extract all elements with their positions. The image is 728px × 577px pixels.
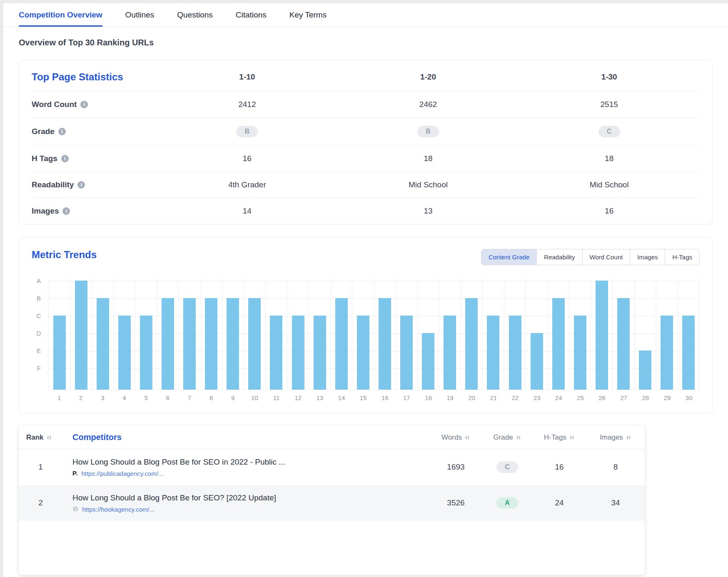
words-cell: 3526 [429,498,482,507]
bar-slot [483,278,504,390]
stat-value: 2462 [338,100,519,109]
toggle-h-tags[interactable]: H-Tags [665,249,699,265]
tab-key-terms[interactable]: Key Terms [289,3,327,27]
info-icon[interactable]: i [58,128,66,135]
grade-bar [509,316,521,390]
y-tick-label: E [33,347,44,355]
chart-x-labels: 1234567891011121314151617181920212223242… [32,394,700,401]
grade-bar [596,281,608,390]
info-icon[interactable]: i [62,207,70,215]
x-tick-label: 23 [526,394,548,401]
grade-cell: A [482,497,532,509]
grade-bar [400,316,413,390]
grade-bar [335,298,348,390]
stat-label: Imagesi [32,206,157,216]
sort-icon [516,435,521,440]
grade-bar [617,298,630,390]
tab-competition-overview[interactable]: Competition Overview [19,3,102,27]
stat-value: C [519,126,700,137]
grade-bar [270,316,282,390]
competitors-table: Rank Competitors Words Grade H-Tags Imag… [19,426,645,575]
table-tail [19,521,645,575]
x-tick-label: 25 [569,394,591,401]
rank-header[interactable]: Rank [19,433,62,442]
tab-bar: Competition OverviewOutlinesQuestionsCit… [3,3,728,27]
stat-value: 18 [519,154,700,163]
bar-slot [157,278,179,390]
bar-slot [266,278,287,390]
stat-label-text: Readability [32,180,74,189]
bar-slot [418,278,439,390]
tab-outlines[interactable]: Outlines [125,3,155,27]
toggle-images[interactable]: Images [630,249,665,265]
images-header[interactable]: Images [586,433,645,442]
stats-col-1-20: 1-20 [338,72,519,82]
stat-value: 16 [519,206,700,216]
chart-plot: ABCDEF [48,278,700,390]
competitor-title: How Long Should a Blog Post Be for SEO i… [72,458,421,467]
stat-value: 2515 [519,100,700,109]
grade-cell: C [482,461,532,473]
grade-bar [314,316,326,390]
competitor-url-row: P.https://publicadagency.com/... [72,470,421,477]
x-tick-label: 12 [287,394,309,401]
grade-header[interactable]: Grade [482,433,532,442]
sort-icon [569,435,575,440]
stat-row-images: Imagesi141316 [32,198,700,224]
stat-row-word-count: Word Counti241224622515 [32,91,700,117]
stats-title: Top Page Statistics [32,71,157,83]
stat-value: Mid School [338,180,519,189]
info-icon[interactable]: i [61,155,69,162]
tab-citations[interactable]: Citations [236,3,267,27]
bar-slot [244,278,266,390]
competitors-header: Competitors [62,433,429,442]
toggle-content-grade[interactable]: Content Grade [481,249,536,265]
x-tick-label: 17 [396,394,417,401]
bar-slot [504,278,526,390]
info-icon[interactable]: i [77,181,85,189]
x-tick-label: 2 [70,394,92,401]
stat-value: 4th Grader [157,180,338,189]
stat-value: 18 [338,154,519,163]
toggle-word-count[interactable]: Word Count [582,249,630,265]
tab-questions[interactable]: Questions [177,3,213,27]
x-tick-label: 28 [635,394,656,401]
x-tick-label: 13 [309,394,331,401]
stat-label-text: Images [32,206,59,216]
grade-badge: A [496,497,518,509]
x-tick-label: 7 [179,394,200,401]
stat-label-text: Word Count [32,100,77,109]
x-tick-label: 9 [222,394,244,401]
stat-label: H Tagsi [32,154,157,163]
competitors-rows: 1How Long Should a Blog Post Be for SEO … [19,449,645,521]
x-tick-label: 5 [135,394,157,401]
info-icon[interactable]: i [80,101,88,108]
x-tick-label: 8 [200,394,222,401]
grade-bar [465,298,478,390]
rank-cell: 2 [19,498,62,507]
grade-badge: B [417,126,439,137]
stat-value: 2412 [157,100,338,109]
table-row[interactable]: 2How Long Should a Blog Post Be for SEO?… [19,485,645,521]
stats-header-row: Top Page Statistics 1-10 1-20 1-30 [32,60,700,91]
bar-slot [179,278,201,390]
competitor-url[interactable]: https://publicadagency.com/... [81,470,163,477]
table-row[interactable]: 1How Long Should a Blog Post Be for SEO … [19,449,645,485]
bar-slot [461,278,483,390]
toggle-readability[interactable]: Readability [536,249,582,265]
x-tick-label: 22 [504,394,526,401]
grade-bar [75,281,87,390]
x-tick-label: 20 [461,394,483,401]
grade-bar [379,298,391,390]
competitor-cell: How Long Should a Blog Post Be for SEO? … [62,487,429,519]
x-tick-label: 29 [656,394,678,401]
images-cell: 8 [586,463,645,472]
competitor-url[interactable]: https://hookagency.com/... [82,506,155,513]
x-tick-label: 6 [157,394,179,401]
sort-icon [46,435,52,440]
stat-row-grade: GradeiBBC [32,117,700,145]
stat-label: Gradei [32,127,157,136]
words-header[interactable]: Words [429,433,482,442]
htags-header[interactable]: H-Tags [532,433,586,442]
grade-bar [183,298,196,390]
